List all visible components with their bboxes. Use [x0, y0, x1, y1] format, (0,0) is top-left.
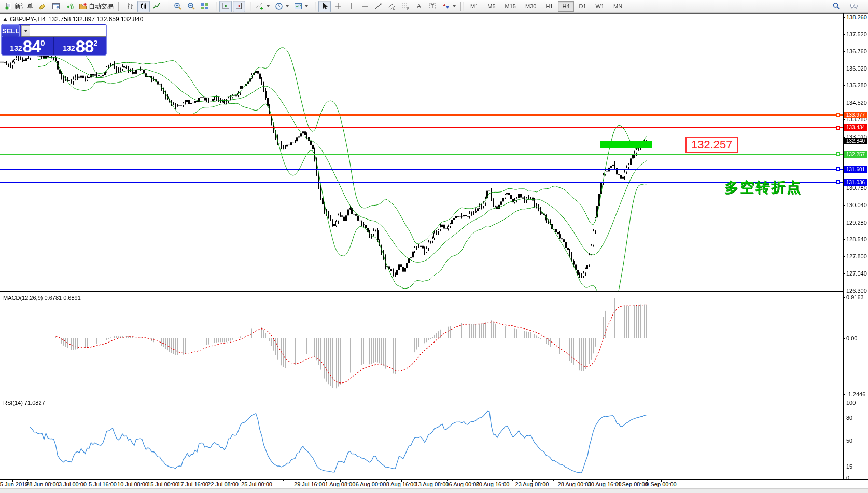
- chart-top-border: [0, 13, 868, 14]
- toolbar-right-group: [830, 1, 866, 12]
- channel-button[interactable]: E: [386, 1, 398, 12]
- toolbar-item-label: 自动交易: [89, 2, 114, 11]
- autoscroll-icon: [221, 2, 230, 10]
- time-axis-tick: [310, 480, 310, 482]
- time-axis-tick: [12, 480, 13, 482]
- macd-axis-tick: [843, 338, 845, 339]
- trend-icon: [374, 2, 383, 10]
- price-axis-tick: [843, 85, 845, 86]
- blue-support-line-2[interactable]: [0, 182, 843, 183]
- price-axis-tick: [843, 51, 845, 52]
- buy-price-display[interactable]: 132882: [54, 37, 106, 55]
- price-axis-label: 136.760: [846, 48, 867, 54]
- price-axis-tick: [843, 17, 845, 18]
- red-resistance-line-handle[interactable]: [836, 126, 840, 130]
- green-support-line-price-label: 132.257: [844, 151, 867, 158]
- macd-panel-divider[interactable]: [0, 291, 843, 293]
- volume-input[interactable]: [30, 25, 107, 36]
- text-label-button[interactable]: T: [426, 1, 439, 12]
- red-resistance-line[interactable]: [0, 127, 843, 128]
- tile-windows-button[interactable]: [199, 1, 211, 12]
- rsi-axis-label: 0: [846, 475, 849, 481]
- vertical-line-button[interactable]: [345, 1, 358, 12]
- red-resistance-line-price-label: 133.434: [844, 124, 867, 131]
- chat-button[interactable]: [848, 1, 860, 12]
- tf-h4[interactable]: H4: [558, 1, 573, 12]
- line-chart-button[interactable]: [151, 1, 163, 12]
- time-axis-label: 29 Jul 16:00: [294, 481, 325, 487]
- turning-point-annotation[interactable]: 多空转折点: [724, 178, 802, 197]
- one-click-trading-panel: SELL BUY 132840 132882: [1, 24, 107, 56]
- horizontal-line-button[interactable]: [359, 1, 371, 12]
- time-axis-tick: [58, 480, 58, 481]
- eraser-button[interactable]: [36, 1, 49, 12]
- price-chart-canvas[interactable]: [0, 13, 843, 479]
- chart-shift-button[interactable]: [233, 1, 245, 12]
- price-axis-label: 134.520: [846, 100, 867, 106]
- blue-support-line-1[interactable]: [0, 169, 843, 170]
- highlight-rectangle[interactable]: [600, 141, 652, 148]
- new-order-button[interactable]: 新订单: [3, 1, 35, 12]
- toolbar-item-label: M30: [525, 3, 536, 9]
- auto-scroll-button[interactable]: [219, 1, 232, 12]
- rsi-axis-tick: [843, 478, 845, 478]
- tf-m1[interactable]: M1: [466, 1, 482, 12]
- blue-support-line-2-handle[interactable]: [836, 180, 840, 184]
- green-support-line-handle[interactable]: [836, 152, 840, 156]
- price-callout-box[interactable]: 132.257: [685, 137, 738, 153]
- dropdown-caret-icon: [305, 5, 308, 7]
- blue-support-line-1-handle[interactable]: [836, 167, 840, 171]
- time-axis-tick: [401, 480, 402, 482]
- price-axis-tick: [843, 273, 845, 274]
- tf-h1[interactable]: H1: [541, 1, 557, 12]
- volume-decrease-button[interactable]: [21, 25, 30, 36]
- periods-button[interactable]: [273, 1, 291, 12]
- zoom-out-button[interactable]: [185, 1, 198, 12]
- price-axis-label: 129.280: [846, 220, 867, 226]
- mt4-window: 新订单自动交易EFATM1M5M15M30H1H4D1W1MN GBPJPY-,…: [0, 0, 868, 493]
- linechart-icon: [153, 2, 161, 10]
- candle-chart-button[interactable]: [137, 1, 150, 12]
- green-support-line[interactable]: [0, 154, 843, 155]
- text-button[interactable]: A: [413, 1, 425, 12]
- price-axis-tick: [843, 103, 845, 103]
- toolbar-item-label: W1: [596, 3, 605, 9]
- orange-resistance-line[interactable]: [0, 114, 843, 116]
- search-button[interactable]: [830, 1, 843, 12]
- tf-m15[interactable]: M15: [501, 1, 520, 12]
- signals-button[interactable]: [63, 1, 76, 12]
- price-axis-tick: [843, 223, 845, 223]
- toolbar: 新订单自动交易EFATM1M5M15M30H1H4D1W1MN: [0, 0, 868, 13]
- svg-text:T: T: [431, 4, 434, 9]
- time-axis-label: 3 Jul 00:00: [59, 481, 87, 487]
- tf-mn[interactable]: MN: [609, 1, 626, 12]
- templates-button[interactable]: [292, 1, 310, 12]
- tf-m30[interactable]: M30: [521, 1, 540, 12]
- tf-w1[interactable]: W1: [592, 1, 609, 12]
- bar-chart-button[interactable]: [124, 1, 136, 12]
- profiles-button[interactable]: [50, 1, 62, 12]
- autotrading-button[interactable]: 自动交易: [77, 1, 116, 12]
- tf-m5[interactable]: M5: [483, 1, 499, 12]
- toolbar-item-label: D1: [579, 3, 586, 9]
- zoom-in-button[interactable]: [172, 1, 184, 12]
- sell-price-display[interactable]: 132840: [2, 37, 54, 55]
- orange-resistance-line-handle[interactable]: [836, 113, 840, 117]
- arrows-button[interactable]: [440, 1, 458, 12]
- cursor-button[interactable]: [318, 1, 331, 12]
- fibonacci-button[interactable]: F: [399, 1, 412, 12]
- crosshair-button[interactable]: [332, 1, 344, 12]
- toolbar-item-label: MN: [613, 3, 622, 9]
- blue-support-line-2-price-label: 131.036: [844, 179, 867, 186]
- time-axis-tick: [493, 480, 493, 482]
- dropdown-caret-icon: [453, 5, 456, 7]
- trendline-button[interactable]: [372, 1, 385, 12]
- rsi-panel-divider[interactable]: [0, 396, 843, 398]
- blue-support-line-1-price-label: 131.601: [844, 166, 867, 173]
- time-axis-tick: [575, 480, 575, 482]
- indicators-button[interactable]: [254, 1, 272, 12]
- sell-button[interactable]: SELL: [2, 24, 20, 37]
- tf-d1[interactable]: D1: [575, 1, 591, 12]
- arrows-icon: [442, 2, 450, 10]
- time-axis-tick: [133, 480, 133, 482]
